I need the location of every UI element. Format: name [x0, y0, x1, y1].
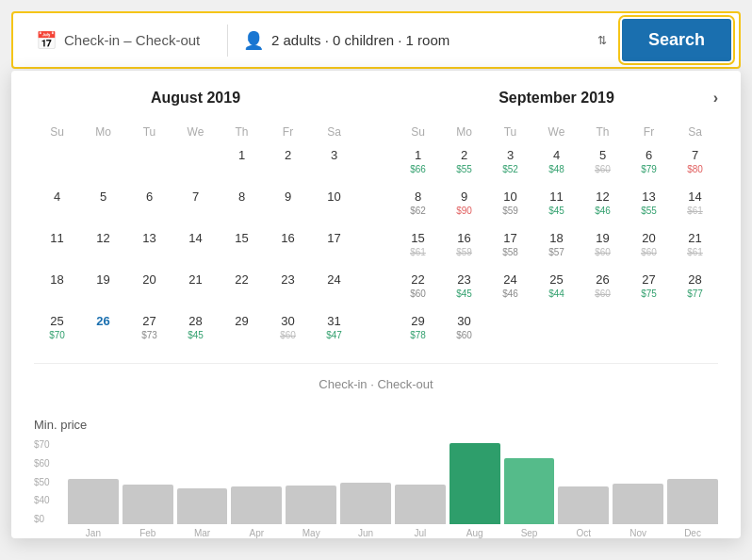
table-row[interactable]: 9$90 — [441, 188, 487, 229]
table-row[interactable]: 7$80 — [672, 146, 718, 188]
month-label-jun: Jun — [340, 528, 391, 538]
august-title: August 2019 — [151, 90, 240, 107]
table-row — [672, 312, 718, 354]
table-row — [626, 312, 672, 354]
table-row[interactable]: 5 — [80, 188, 126, 229]
table-row[interactable]: 26$60 — [580, 271, 626, 312]
table-row[interactable]: 3$52 — [487, 146, 533, 188]
table-row[interactable]: 10$59 — [487, 188, 533, 229]
table-row[interactable]: 9 — [265, 188, 311, 229]
table-row[interactable]: 4$48 — [533, 146, 580, 188]
table-row[interactable]: 18$57 — [533, 229, 580, 271]
table-row[interactable]: 28$45 — [172, 312, 219, 354]
table-row[interactable]: 25$44 — [533, 271, 580, 312]
table-row[interactable]: 28$77 — [672, 271, 718, 312]
bar-aug — [450, 439, 500, 524]
table-row[interactable]: 30$60 — [265, 312, 311, 354]
col-mo: Mo — [80, 122, 126, 146]
table-row[interactable]: 17 — [311, 229, 357, 271]
table-row[interactable]: 22 — [219, 271, 265, 312]
table-row[interactable]: 14$61 — [672, 188, 718, 229]
table-row[interactable]: 15$61 — [395, 229, 441, 271]
table-row[interactable]: 12$46 — [580, 188, 626, 229]
table-row[interactable]: 10 — [311, 188, 357, 229]
table-row[interactable]: 11$45 — [533, 188, 580, 229]
table-row[interactable]: 25$70 — [34, 312, 80, 354]
table-row[interactable]: 23 — [265, 271, 311, 312]
table-row[interactable]: 29$78 — [395, 312, 441, 354]
table-row[interactable]: 22$60 — [395, 271, 441, 312]
table-row[interactable]: 19$60 — [580, 229, 626, 271]
table-row[interactable]: 23$45 — [441, 271, 487, 312]
table-row[interactable]: 3 — [311, 146, 357, 188]
table-row[interactable]: 19 — [80, 271, 126, 312]
table-row[interactable]: 16 — [265, 229, 311, 271]
table-row[interactable]: 27$75 — [626, 271, 672, 312]
col-fr: Fr — [265, 122, 311, 146]
table-row[interactable]: 6 — [126, 188, 172, 229]
y-label-0: $0 — [34, 514, 50, 524]
month-label-feb: Feb — [123, 528, 173, 538]
y-label-40: $40 — [34, 495, 50, 505]
col-th: Th — [580, 122, 626, 146]
table-row[interactable]: 6$79 — [626, 146, 672, 188]
col-sa: Sa — [311, 122, 357, 146]
table-row[interactable]: 31$47 — [311, 312, 357, 354]
table-row[interactable]: 7 — [172, 188, 219, 229]
month-label-jul: Jul — [395, 528, 446, 538]
y-label-70: $70 — [34, 439, 50, 450]
table-row[interactable]: 21$61 — [672, 229, 718, 271]
table-row[interactable]: 29 — [219, 312, 265, 354]
table-row[interactable]: 11 — [34, 229, 80, 271]
september-calendar: September 2019 › Su Mo Tu We Th Fr Sa — [395, 90, 718, 354]
bar-nov — [613, 439, 663, 524]
col-th: Th — [219, 122, 265, 146]
table-row[interactable]: 1 — [219, 146, 265, 188]
calendars-row: August 2019 Su Mo Tu We Th Fr Sa — [34, 90, 718, 354]
bar-jan — [68, 439, 119, 524]
table-row[interactable]: 30$60 — [441, 312, 487, 354]
table-row[interactable]: 2$55 — [441, 146, 487, 188]
august-grid: Su Mo Tu We Th Fr Sa — [34, 122, 357, 354]
table-row[interactable]: 20 — [126, 271, 172, 312]
month-label-aug: Aug — [450, 528, 500, 538]
bar-sep — [504, 439, 555, 524]
table-row — [80, 146, 126, 188]
guests-field[interactable]: 👤 2 adults · 0 children · 1 room ⇅ — [228, 25, 622, 57]
month-label-sep: Sep — [504, 528, 555, 538]
next-month-arrow[interactable]: › — [713, 90, 718, 107]
chart-bars — [68, 439, 718, 524]
table-row[interactable]: 15 — [219, 229, 265, 271]
table-row[interactable]: 13 — [126, 229, 172, 271]
month-label-apr: Apr — [231, 528, 282, 538]
table-row[interactable]: 24$46 — [487, 271, 533, 312]
table-row[interactable]: 1$66 — [395, 146, 441, 188]
month-label-nov: Nov — [613, 528, 663, 538]
table-row[interactable]: 16$59 — [441, 229, 487, 271]
table-row[interactable]: 24 — [311, 271, 357, 312]
table-row[interactable]: 8$62 — [395, 188, 441, 229]
table-row[interactable]: 18 — [34, 271, 80, 312]
table-row[interactable]: 12 — [80, 229, 126, 271]
table-row[interactable]: 14 — [172, 229, 219, 271]
table-row[interactable]: 26 — [80, 312, 126, 354]
min-price-section: Min. price $70 $60 $50 $40 $0 — [34, 406, 718, 538]
table-row[interactable]: 4 — [34, 188, 80, 229]
checkin-checkout-field[interactable]: 📅 Check-in – Check-out — [21, 25, 228, 57]
table-row[interactable]: 27$73 — [126, 312, 172, 354]
table-row[interactable]: 20$60 — [626, 229, 672, 271]
table-row[interactable]: 5$60 — [580, 146, 626, 188]
month-label-may: May — [286, 528, 336, 538]
col-tu: Tu — [126, 122, 172, 146]
table-row[interactable]: 8 — [219, 188, 265, 229]
y-label-60: $60 — [34, 458, 50, 469]
month-label-mar: Mar — [177, 528, 228, 538]
col-sa: Sa — [672, 122, 718, 146]
table-row[interactable]: 2 — [265, 146, 311, 188]
table-row[interactable]: 17$58 — [487, 229, 533, 271]
person-icon: 👤 — [243, 30, 264, 51]
col-fr: Fr — [626, 122, 672, 146]
search-button[interactable]: Search — [622, 19, 731, 61]
table-row[interactable]: 21 — [172, 271, 219, 312]
table-row[interactable]: 13$55 — [626, 188, 672, 229]
